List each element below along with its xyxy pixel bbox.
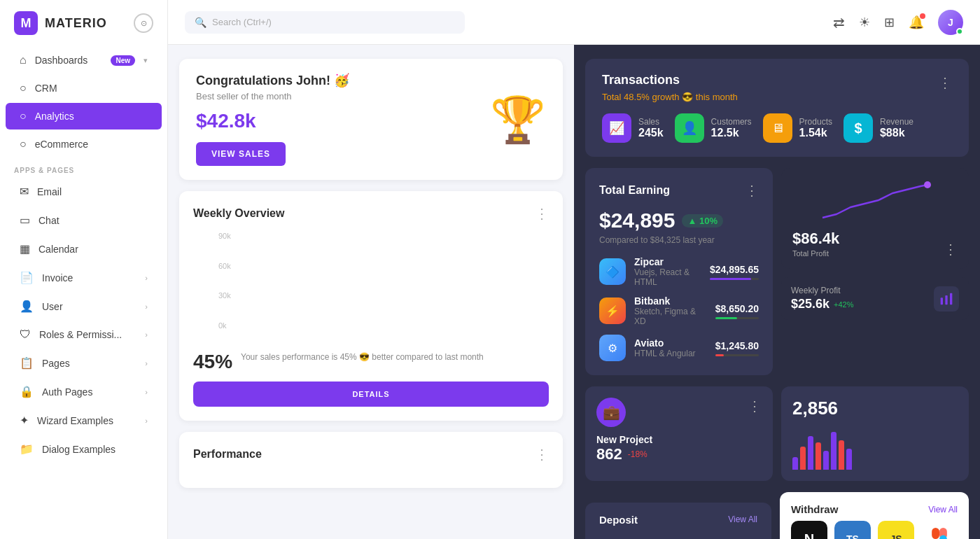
total-profit-big-value: $86.4k xyxy=(792,230,839,248)
earning-amount: $24,895 ▲ 10% xyxy=(599,209,759,232)
sidebar-top-icon[interactable]: ⊙ xyxy=(134,13,153,33)
sidebar-item-analytics[interactable]: ○ Analytics xyxy=(6,103,162,130)
grid-icon[interactable]: ⊞ xyxy=(884,15,895,30)
sidebar-item-user[interactable]: 👤 User › xyxy=(6,293,162,320)
sidebar-item-calendar[interactable]: ▦ Calendar xyxy=(6,235,162,262)
search-bar[interactable]: 🔍 Search (Ctrl+/) xyxy=(185,11,465,34)
sidebar-item-roles[interactable]: 🛡 Roles & Permissi... › xyxy=(6,321,162,348)
weekly-more-button[interactable]: ⋮ xyxy=(535,205,549,222)
wizard-label: Wizard Examples xyxy=(37,415,136,426)
bell-icon[interactable]: 🔔 xyxy=(909,15,924,30)
sidebar-item-pages[interactable]: 📋 Pages › xyxy=(6,349,162,377)
aviato-amount: $1,245.80 xyxy=(715,340,759,351)
chat-icon: ▭ xyxy=(20,214,30,227)
mini-bar-8 xyxy=(846,449,852,470)
total-profit-more-button[interactable]: ⋮ xyxy=(944,241,958,258)
brightness-icon[interactable]: ☀ xyxy=(859,15,870,30)
count-value: 2,856 xyxy=(792,398,838,419)
sidebar-item-dashboards[interactable]: ⌂ Dashboards New ▾ xyxy=(6,47,162,74)
apps-section-label: APPS & PAGES xyxy=(0,158,167,177)
right-panel: Transactions ⋮ Total 48.5% growth 😎 this… xyxy=(574,45,980,539)
sidebar-item-wizard[interactable]: ✦ Wizard Examples › xyxy=(6,407,162,434)
products-value: 1.54k xyxy=(799,127,832,139)
transactions-more-button[interactable]: ⋮ xyxy=(938,74,952,91)
weekly-profit-badge: +42% xyxy=(834,300,853,309)
sidebar-item-dialog[interactable]: 📁 Dialog Examples xyxy=(6,435,162,463)
profit-column: $86.4k Total Profit ⋮ Weekly Profit xyxy=(781,168,969,375)
profit-line-chart xyxy=(792,179,958,221)
calendar-label: Calendar xyxy=(38,244,148,255)
total-earning-card: Total Earning ⋮ $24,895 ▲ 10% Compared t… xyxy=(585,168,773,375)
avatar[interactable]: J xyxy=(938,10,963,35)
bitbank-name: Bitbank xyxy=(634,295,707,307)
left-panel: Congratulations John! 🥳 Best seller of t… xyxy=(168,45,574,539)
sidebar-item-email[interactable]: ✉ Email xyxy=(6,178,162,205)
javascript-logo: JS xyxy=(878,521,914,539)
new-project-value-row: 862 -18% xyxy=(596,445,762,463)
svg-rect-1 xyxy=(941,298,943,304)
performance-card: Performance ⋮ xyxy=(179,432,563,488)
stat-products: 🖥 Products 1.54k xyxy=(763,113,832,143)
deposit-view-all[interactable]: View All xyxy=(728,514,757,524)
mini-bar-3 xyxy=(808,436,813,470)
weekly-profit-label: Weekly Profit xyxy=(791,286,854,295)
earning-growth-badge: ▲ 10% xyxy=(682,214,723,227)
crm-icon: ○ xyxy=(20,82,27,94)
mini-bar-6 xyxy=(831,432,836,470)
revenue-value: $88k xyxy=(880,127,913,139)
bitbank-sub: Sketch, Figma & XD xyxy=(634,307,707,326)
trophy-icon: 🏆 xyxy=(490,97,546,142)
stat-customers: 👤 Customers 12.5k xyxy=(675,113,752,143)
main-area: 🔍 Search (Ctrl+/) ⇄ ☀ ⊞ 🔔 J Congratulati… xyxy=(168,0,980,539)
revenue-icon-box: $ xyxy=(844,113,873,143)
bar-chart xyxy=(218,232,549,344)
stat-revenue: $ Revenue $88k xyxy=(844,113,913,143)
invoice-label: Invoice xyxy=(42,272,136,284)
new-project-more-button[interactable]: ⋮ xyxy=(748,398,762,414)
stats-row: 📈 Sales 245k 👤 Customers 12.5k xyxy=(602,113,952,143)
dashboards-label: Dashboards xyxy=(35,55,103,66)
stat-sales: 📈 Sales 245k xyxy=(602,113,664,143)
analytics-icon: ○ xyxy=(20,110,27,122)
weekly-card-header: Weekly Overview ⋮ xyxy=(193,205,549,222)
sidebar-item-invoice[interactable]: 📄 Invoice › xyxy=(6,264,162,291)
sidebar-item-ecommerce[interactable]: ○ eCommerce xyxy=(6,131,162,158)
invoice-icon: 📄 xyxy=(20,271,34,284)
new-badge: New xyxy=(111,55,135,66)
transactions-period: this month xyxy=(696,92,738,102)
chevron-icon: ▾ xyxy=(144,56,148,65)
chat-label: Chat xyxy=(38,215,148,226)
bitbank-amount: $8,650.20 xyxy=(715,303,759,314)
congrats-content: Congratulations John! 🥳 Best seller of t… xyxy=(196,73,349,166)
zipcar-info: Zipcar Vuejs, React & HTML xyxy=(634,256,701,287)
crm-label: CRM xyxy=(35,83,148,94)
user-chevron: › xyxy=(145,302,148,311)
zipcar-progress-bar xyxy=(710,278,752,280)
weekly-overview-card: Weekly Overview ⋮ 90k 60k 30k 0k xyxy=(179,191,563,421)
earning-comparison: Compared to $84,325 last year xyxy=(599,235,759,245)
sidebar-item-crm[interactable]: ○ CRM xyxy=(6,75,162,102)
sidebar-item-auth[interactable]: 🔒 Auth Pages › xyxy=(6,378,162,405)
email-icon: ✉ xyxy=(20,185,29,198)
performance-more-button[interactable]: ⋮ xyxy=(535,446,549,463)
translate-icon[interactable]: ⇄ xyxy=(833,14,845,31)
withdraw-view-all[interactable]: View All xyxy=(928,505,958,514)
weekly-profit-value: $25.6k xyxy=(791,297,830,312)
logo-icon: M xyxy=(14,11,38,35)
ecommerce-label: eCommerce xyxy=(35,139,148,150)
roles-chevron: › xyxy=(145,330,148,339)
sidebar: M MATERIO ⊙ ⌂ Dashboards New ▾ ○ CRM ○ A… xyxy=(0,0,168,539)
sidebar-item-chat[interactable]: ▭ Chat xyxy=(6,206,162,234)
auth-icon: 🔒 xyxy=(20,385,34,398)
total-profit-label: Total Profit xyxy=(792,249,839,258)
transactions-card: Transactions ⋮ Total 48.5% growth 😎 this… xyxy=(585,59,969,157)
details-button[interactable]: DETAILS xyxy=(193,382,549,407)
deposit-card: Deposit View All xyxy=(585,503,771,540)
user-label: User xyxy=(42,301,136,312)
earning-more-button[interactable]: ⋮ xyxy=(745,182,759,199)
view-sales-button[interactable]: VIEW SALES xyxy=(196,142,286,166)
project-count-row: 💼 ⋮ New Project 862 -18% 2,856 xyxy=(585,386,969,481)
transaction-zipcar: 🔷 Zipcar Vuejs, React & HTML $24,895.65 xyxy=(599,256,759,287)
new-project-title: New Project xyxy=(596,434,762,445)
dialog-icon: 📁 xyxy=(20,442,34,456)
